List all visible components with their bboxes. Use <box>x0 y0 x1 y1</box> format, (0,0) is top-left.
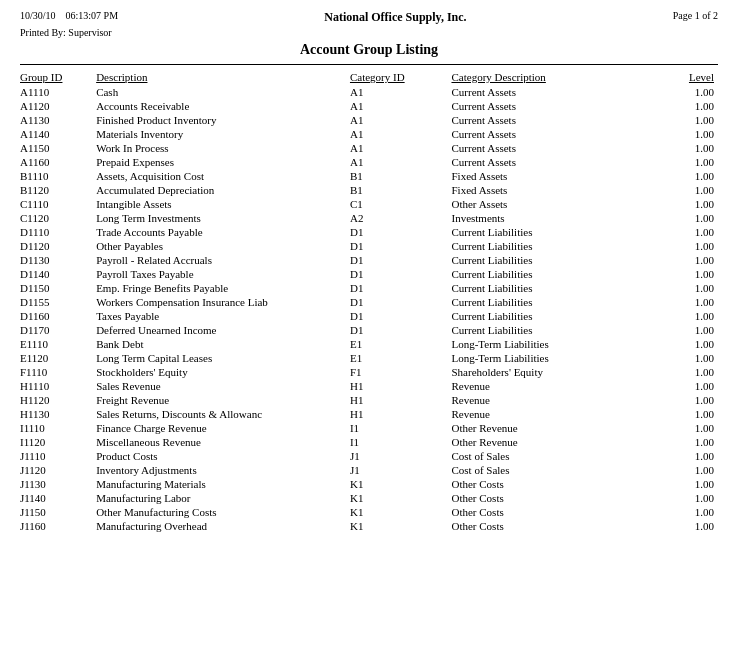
cell-description: Finished Product Inventory <box>96 113 350 127</box>
cell-group-id: J1130 <box>20 477 96 491</box>
cell-category-description: Current Liabilities <box>451 309 654 323</box>
report-title: Account Group Listing <box>20 42 718 58</box>
table-row: D1130Payroll - Related AccrualsD1Current… <box>20 253 718 267</box>
table-row: I1110Finance Charge RevenueI1Other Reven… <box>20 421 718 435</box>
cell-group-id: B1120 <box>20 183 96 197</box>
cell-category-id: J1 <box>350 463 452 477</box>
table-row: H1130Sales Returns, Discounts & Allowanc… <box>20 407 718 421</box>
cell-level: 1.00 <box>655 505 718 519</box>
cell-group-id: D1120 <box>20 239 96 253</box>
cell-group-id: J1160 <box>20 519 96 533</box>
table-row: J1160Manufacturing OverheadK1Other Costs… <box>20 519 718 533</box>
cell-description: Sales Returns, Discounts & Allowanc <box>96 407 350 421</box>
cell-group-id: C1120 <box>20 211 96 225</box>
cell-category-id: D1 <box>350 309 452 323</box>
cell-group-id: H1130 <box>20 407 96 421</box>
cell-group-id: D1170 <box>20 323 96 337</box>
column-header-row: Group ID Description Category ID Categor… <box>20 69 718 85</box>
cell-category-description: Other Costs <box>451 505 654 519</box>
report-date-time: 10/30/10 06:13:07 PM <box>20 10 118 21</box>
cell-group-id: E1110 <box>20 337 96 351</box>
cell-category-id: A1 <box>350 113 452 127</box>
cell-category-id: J1 <box>350 449 452 463</box>
cell-description: Assets, Acquisition Cost <box>96 169 350 183</box>
table-row: D1150Emp. Fringe Benefits PayableD1Curre… <box>20 281 718 295</box>
cell-group-id: A1120 <box>20 99 96 113</box>
cell-level: 1.00 <box>655 491 718 505</box>
cell-category-description: Current Liabilities <box>451 281 654 295</box>
cell-level: 1.00 <box>655 113 718 127</box>
cell-description: Freight Revenue <box>96 393 350 407</box>
cell-category-description: Current Liabilities <box>451 225 654 239</box>
table-row: A1130Finished Product InventoryA1Current… <box>20 113 718 127</box>
cell-category-id: A1 <box>350 127 452 141</box>
cell-category-description: Other Revenue <box>451 435 654 449</box>
cell-group-id: A1160 <box>20 155 96 169</box>
cell-category-description: Revenue <box>451 393 654 407</box>
cell-description: Intangible Assets <box>96 197 350 211</box>
cell-category-description: Other Assets <box>451 197 654 211</box>
cell-level: 1.00 <box>655 309 718 323</box>
cell-level: 1.00 <box>655 141 718 155</box>
cell-category-description: Current Assets <box>451 141 654 155</box>
cell-category-id: C1 <box>350 197 452 211</box>
cell-group-id: J1120 <box>20 463 96 477</box>
cell-level: 1.00 <box>655 183 718 197</box>
cell-description: Emp. Fringe Benefits Payable <box>96 281 350 295</box>
cell-level: 1.00 <box>655 281 718 295</box>
cell-category-description: Other Costs <box>451 519 654 533</box>
cell-level: 1.00 <box>655 253 718 267</box>
cell-level: 1.00 <box>655 393 718 407</box>
table-row: J1140Manufacturing LaborK1Other Costs1.0… <box>20 491 718 505</box>
cell-description: Long Term Investments <box>96 211 350 225</box>
table-row: A1140Materials InventoryA1Current Assets… <box>20 127 718 141</box>
cell-category-description: Revenue <box>451 407 654 421</box>
table-row: A1160Prepaid ExpensesA1Current Assets1.0… <box>20 155 718 169</box>
col-header-level: Level <box>655 69 718 85</box>
table-row: H1110Sales RevenueH1Revenue1.00 <box>20 379 718 393</box>
cell-group-id: D1130 <box>20 253 96 267</box>
cell-level: 1.00 <box>655 295 718 309</box>
table-row: I1120Miscellaneous RevenueI1Other Revenu… <box>20 435 718 449</box>
cell-category-id: K1 <box>350 505 452 519</box>
header-left: 10/30/10 06:13:07 PM <box>20 10 118 21</box>
cell-group-id: A1110 <box>20 85 96 99</box>
table-body: A1110CashA1Current Assets1.00A1120Accoun… <box>20 85 718 533</box>
cell-category-id: D1 <box>350 295 452 309</box>
table-row: J1120Inventory AdjustmentsJ1Cost of Sale… <box>20 463 718 477</box>
cell-group-id: I1110 <box>20 421 96 435</box>
cell-category-id: H1 <box>350 407 452 421</box>
cell-category-description: Current Liabilities <box>451 295 654 309</box>
table-row: A1110CashA1Current Assets1.00 <box>20 85 718 99</box>
cell-level: 1.00 <box>655 449 718 463</box>
cell-category-description: Shareholders' Equity <box>451 365 654 379</box>
cell-category-description: Current Liabilities <box>451 267 654 281</box>
cell-description: Payroll Taxes Payable <box>96 267 350 281</box>
cell-category-id: F1 <box>350 365 452 379</box>
cell-description: Bank Debt <box>96 337 350 351</box>
cell-description: Inventory Adjustments <box>96 463 350 477</box>
cell-group-id: H1110 <box>20 379 96 393</box>
cell-category-id: E1 <box>350 337 452 351</box>
cell-description: Finance Charge Revenue <box>96 421 350 435</box>
cell-description: Manufacturing Overhead <box>96 519 350 533</box>
report-header: 10/30/10 06:13:07 PM National Office Sup… <box>20 10 718 25</box>
cell-category-id: E1 <box>350 351 452 365</box>
cell-level: 1.00 <box>655 365 718 379</box>
cell-description: Work In Process <box>96 141 350 155</box>
cell-level: 1.00 <box>655 267 718 281</box>
cell-category-description: Long-Term Liabilities <box>451 351 654 365</box>
cell-description: Payroll - Related Accruals <box>96 253 350 267</box>
cell-group-id: D1160 <box>20 309 96 323</box>
cell-description: Trade Accounts Payable <box>96 225 350 239</box>
table-header: Group ID Description Category ID Categor… <box>20 69 718 85</box>
cell-category-description: Other Costs <box>451 491 654 505</box>
table-row: D1170Deferred Unearned IncomeD1Current L… <box>20 323 718 337</box>
cell-category-id: D1 <box>350 267 452 281</box>
cell-category-description: Revenue <box>451 379 654 393</box>
header-right: Page 1 of 2 <box>673 10 718 21</box>
cell-level: 1.00 <box>655 155 718 169</box>
cell-category-description: Current Assets <box>451 155 654 169</box>
cell-description: Miscellaneous Revenue <box>96 435 350 449</box>
cell-category-description: Cost of Sales <box>451 449 654 463</box>
